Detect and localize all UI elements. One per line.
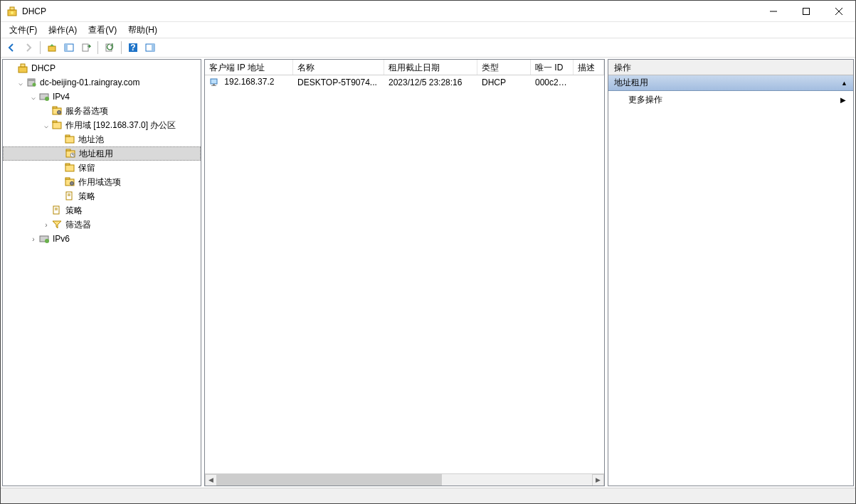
collapse-icon[interactable]: ▲ bbox=[841, 80, 847, 87]
tree-address-leases[interactable]: 地址租用 bbox=[3, 146, 201, 161]
app-icon bbox=[6, 6, 18, 17]
svg-rect-10 bbox=[83, 44, 88, 51]
tree-reservations[interactable]: 保留 bbox=[3, 161, 201, 175]
show-hide-actions-button[interactable] bbox=[142, 40, 158, 55]
tree-policies[interactable]: 策略 bbox=[3, 203, 201, 218]
menubar: 文件(F) 操作(A) 查看(V) 帮助(H) bbox=[1, 22, 855, 38]
actions-pane: 操作 地址租用 ▲ 更多操作 ▶ bbox=[608, 59, 854, 486]
tree-label: 地址池 bbox=[78, 134, 104, 146]
twisty-expanded-icon[interactable]: ⌵ bbox=[28, 92, 38, 102]
svg-rect-27 bbox=[53, 121, 57, 122]
svg-rect-24 bbox=[53, 107, 57, 108]
svg-rect-15 bbox=[152, 44, 154, 51]
cell-desc bbox=[574, 81, 604, 84]
svg-point-22 bbox=[45, 97, 49, 101]
tree-ipv6[interactable]: › IPv6 bbox=[3, 232, 201, 246]
actions-pane-title: 操作 bbox=[608, 60, 853, 75]
toolbar-separator bbox=[121, 41, 122, 54]
tree-label: 服务器选项 bbox=[65, 105, 108, 117]
scroll-thumb[interactable] bbox=[217, 474, 442, 486]
column-lease-expiry[interactable]: 租用截止日期 bbox=[384, 60, 477, 75]
cell-ip: 192.168.37.2 bbox=[205, 75, 293, 90]
export-list-button[interactable] bbox=[78, 40, 94, 55]
help-button[interactable]: ? bbox=[125, 40, 141, 55]
tree-scope-options[interactable]: 作用域选项 bbox=[3, 175, 201, 189]
tree-server-options[interactable]: 服务器选项 bbox=[3, 104, 201, 118]
address-pool-icon bbox=[64, 134, 75, 145]
svg-rect-35 bbox=[65, 165, 74, 171]
main-area: DHCP ⌵ dc-beijing-01.raingray.com ⌵ IPv4… bbox=[1, 58, 855, 488]
svg-rect-9 bbox=[65, 44, 68, 51]
column-type[interactable]: 类型 bbox=[477, 60, 531, 75]
tree-label: 策略 bbox=[78, 191, 95, 203]
cell-type: DHCP bbox=[477, 76, 531, 89]
ipv4-icon bbox=[38, 91, 50, 102]
twisty-expanded-icon[interactable]: ⌵ bbox=[16, 77, 26, 87]
svg-rect-50 bbox=[211, 85, 216, 86]
statusbar bbox=[1, 488, 855, 503]
toolbar-separator bbox=[97, 41, 98, 54]
actions-group-header[interactable]: 地址租用 ▲ bbox=[608, 75, 853, 91]
tree-label: DHCP bbox=[31, 63, 56, 73]
svg-point-20 bbox=[33, 83, 36, 87]
list-row[interactable]: 192.168.37.2 DESKTOP-5T9074... 2023/12/5… bbox=[205, 75, 604, 90]
tree-label: 筛选器 bbox=[65, 219, 91, 231]
menu-help[interactable]: 帮助(H) bbox=[122, 23, 163, 38]
maximize-button[interactable] bbox=[790, 1, 823, 21]
svg-rect-29 bbox=[65, 135, 70, 136]
menu-view[interactable]: 查看(V) bbox=[83, 23, 122, 38]
twisty-collapsed-icon[interactable]: › bbox=[41, 220, 51, 230]
tree-label: IPv4 bbox=[53, 92, 70, 102]
svg-rect-49 bbox=[213, 84, 215, 85]
svg-rect-19 bbox=[28, 79, 35, 81]
svg-rect-26 bbox=[53, 122, 61, 129]
column-client-ip[interactable]: 客户端 IP 地址 bbox=[205, 60, 293, 75]
tree-label: 保留 bbox=[78, 162, 95, 174]
actions-group-label: 地址租用 bbox=[614, 77, 648, 89]
svg-point-47 bbox=[45, 239, 49, 243]
show-hide-tree-button[interactable] bbox=[61, 40, 77, 55]
column-name[interactable]: 名称 bbox=[293, 60, 384, 75]
tree[interactable]: DHCP ⌵ dc-beijing-01.raingray.com ⌵ IPv4… bbox=[3, 60, 201, 486]
tree-root-dhcp[interactable]: DHCP bbox=[3, 61, 201, 75]
tree-label: dc-beijing-01.raingray.com bbox=[40, 77, 140, 87]
forward-button[interactable] bbox=[21, 40, 36, 55]
policies-icon bbox=[64, 191, 75, 202]
scroll-left-button[interactable]: ◀ bbox=[205, 474, 217, 486]
tree-label: 作用域 [192.168.37.0] 办公区 bbox=[65, 119, 176, 132]
list-body[interactable]: 192.168.37.2 DESKTOP-5T9074... 2023/12/5… bbox=[205, 75, 604, 473]
tree-ipv4[interactable]: ⌵ IPv4 bbox=[3, 90, 201, 104]
menu-file[interactable]: 文件(F) bbox=[4, 23, 43, 38]
column-description[interactable]: 描述 bbox=[574, 60, 604, 75]
twisty-expanded-icon[interactable]: ⌵ bbox=[41, 120, 51, 130]
action-more[interactable]: 更多操作 ▶ bbox=[608, 91, 853, 108]
tree-scope[interactable]: ⌵ 作用域 [192.168.37.0] 办公区 bbox=[3, 118, 201, 132]
refresh-button[interactable] bbox=[102, 40, 117, 55]
svg-rect-4 bbox=[803, 8, 810, 14]
tree-address-pool[interactable]: 地址池 bbox=[3, 132, 201, 146]
close-button[interactable] bbox=[823, 1, 855, 21]
svg-rect-31 bbox=[66, 149, 70, 151]
server-icon bbox=[26, 77, 37, 88]
scroll-right-button[interactable]: ▶ bbox=[592, 474, 604, 486]
horizontal-scrollbar[interactable]: ◀ ▶ bbox=[205, 473, 604, 486]
scroll-track[interactable] bbox=[217, 474, 592, 486]
twisty-collapsed-icon[interactable]: › bbox=[28, 234, 38, 244]
column-unique-id[interactable]: 唯一 ID bbox=[531, 60, 574, 75]
cell-text: 192.168.37.2 bbox=[224, 77, 274, 87]
cell-expiry: 2023/12/5 23:28:16 bbox=[384, 76, 477, 89]
tree-filters[interactable]: › 筛选器 bbox=[3, 218, 201, 232]
up-button[interactable] bbox=[44, 40, 60, 55]
chevron-right-icon: ▶ bbox=[840, 96, 846, 104]
tree-label: 作用域选项 bbox=[78, 176, 121, 188]
back-button[interactable] bbox=[4, 40, 19, 55]
minimize-button[interactable] bbox=[757, 1, 790, 21]
list-header: 客户端 IP 地址 名称 租用截止日期 类型 唯一 ID 描述 bbox=[205, 60, 604, 75]
svg-rect-17 bbox=[21, 64, 25, 67]
tree-server[interactable]: ⌵ dc-beijing-01.raingray.com bbox=[3, 75, 201, 90]
list-pane: 客户端 IP 地址 名称 租用截止日期 类型 唯一 ID 描述 192.168.… bbox=[204, 59, 605, 486]
window-title: DHCP bbox=[22, 6, 757, 16]
menu-action[interactable]: 操作(A) bbox=[43, 23, 83, 38]
tree-scope-policies[interactable]: 策略 bbox=[3, 189, 201, 203]
titlebar: DHCP bbox=[1, 1, 855, 22]
